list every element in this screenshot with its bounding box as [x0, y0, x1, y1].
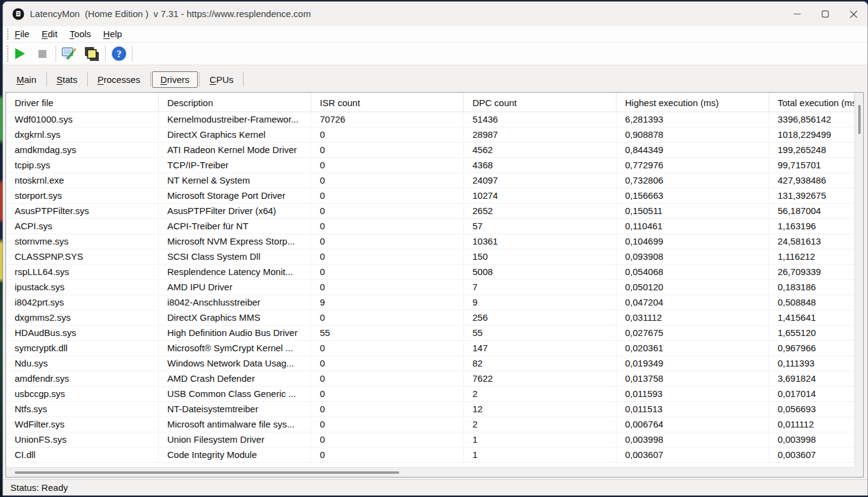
table-cell-driver-file: HDAudBus.sys: [6, 326, 159, 340]
tab-cpus[interactable]: CPUs: [201, 71, 242, 88]
table-cell-driver-file: ACPI.sys: [6, 219, 159, 234]
table-cell-total-execution-ms: 0,003998: [769, 432, 855, 447]
table-row[interactable]: dxgkrnl.sysDirectX Graphics Kernel028987…: [6, 127, 855, 143]
table-row[interactable]: tcpip.sysTCP/IP-Treiber043680,77297699,7…: [6, 158, 855, 173]
table-cell-total-execution-ms: 1,116212: [769, 249, 855, 264]
tab-main[interactable]: Main: [8, 71, 45, 88]
table-row[interactable]: WdFilter.sysMicrosoft antimalware file s…: [6, 417, 855, 432]
table-cell-highest-execution-ms: 0,011593: [617, 387, 769, 401]
horizontal-scrollbar-thumb[interactable]: [15, 471, 399, 474]
table-row[interactable]: CI.dllCode Integrity Module010,0036070,0…: [6, 448, 855, 463]
table-row[interactable]: i8042prt.sysi8042-Anschlusstreiber990,04…: [6, 295, 855, 310]
menu-item-tools[interactable]: Tools: [63, 29, 97, 39]
table-row[interactable]: UnionFS.sysUnion Filesystem Driver010,00…: [6, 432, 855, 448]
table-cell-isr-count: 0: [311, 219, 464, 234]
table-cell-driver-file: Wdf01000.sys: [6, 112, 159, 127]
table-row[interactable]: usbccgp.sysUSB Common Class Generic ...0…: [6, 387, 855, 402]
column-header-dpc-count[interactable]: DPC count: [464, 93, 617, 112]
report-button[interactable]: [58, 45, 81, 63]
table-cell-highest-execution-ms: 0,908878: [617, 127, 769, 142]
column-header-isr-count[interactable]: ISR count: [311, 93, 464, 112]
table-cell-driver-file: WdFilter.sys: [6, 417, 159, 432]
table-cell-dpc-count: 147: [464, 341, 617, 356]
table-cell-description: i8042-Anschlusstreiber: [159, 295, 311, 310]
table-cell-total-execution-ms: 1,415641: [769, 310, 855, 325]
table-cell-highest-execution-ms: 0,772976: [617, 158, 769, 173]
table-row[interactable]: Ntfs.sysNT-Dateisystemtreiber0120,011513…: [6, 402, 855, 417]
table-cell-highest-execution-ms: 0,104699: [617, 234, 769, 249]
window-layers-icon: [84, 46, 100, 62]
vertical-scrollbar-thumb[interactable]: [858, 105, 861, 134]
table-cell-dpc-count: 7: [464, 280, 617, 295]
table-row[interactable]: Wdf01000.sysKernelmodustreiber-Framewor.…: [6, 112, 855, 127]
app-icon[interactable]: [12, 8, 24, 20]
table-cell-description: Microsoft Storage Port Driver: [159, 188, 311, 203]
table-cell-description: NT Kernel & System: [159, 173, 311, 188]
table-row[interactable]: ACPI.sysACPI-Treiber für NT0570,1104611,…: [6, 219, 855, 234]
table-row[interactable]: CLASSPNP.SYSSCSI Class System Dll01500,0…: [6, 249, 855, 265]
title-bar[interactable]: LatencyMon (Home Edition ) v 7.31 - http…: [3, 2, 867, 26]
tab-separator: [243, 72, 244, 87]
table-cell-isr-count: 0: [311, 173, 464, 188]
table-cell-dpc-count: 51436: [464, 112, 617, 127]
table-row[interactable]: ntoskrnl.exeNT Kernel & System0240970,73…: [6, 173, 855, 188]
horizontal-scrollbar[interactable]: [6, 467, 855, 477]
stop-icon: [38, 50, 46, 58]
menu-item-file[interactable]: File: [9, 29, 35, 39]
table-cell-driver-file: usbccgp.sys: [6, 387, 159, 401]
table-cell-total-execution-ms: 26,709339: [769, 265, 855, 279]
stop-monitor-button[interactable]: [31, 45, 54, 63]
table-cell-total-execution-ms: 1,655120: [769, 326, 855, 340]
table-cell-highest-execution-ms: 0,156663: [617, 188, 769, 203]
run-monitor-button[interactable]: [9, 45, 31, 63]
tab-separator: [150, 72, 151, 87]
drivers-table: Driver fileDescriptionISR countDPC count…: [5, 92, 864, 477]
table-row[interactable]: Ndu.sysWindows Network Data Usag...0820,…: [6, 356, 855, 371]
column-header-total-execution-ms[interactable]: Total execution (ms): [769, 93, 855, 112]
table-cell-isr-count: 0: [311, 143, 464, 157]
help-button[interactable]: ?: [107, 45, 130, 63]
column-header-highest-execution-ms[interactable]: Highest execution (ms): [617, 93, 769, 112]
menu-item-edit[interactable]: Edit: [35, 29, 63, 39]
table-cell-isr-count: 0: [311, 432, 464, 447]
table-cell-description: USB Common Class Generic ...: [159, 387, 311, 401]
table-cell-driver-file: stornvme.sys: [6, 234, 159, 249]
table-cell-driver-file: rspLLL64.sys: [6, 265, 159, 279]
table-row[interactable]: HDAudBus.sysHigh Definition Audio Bus Dr…: [6, 326, 855, 341]
table-row[interactable]: dxgmms2.sysDirectX Graphics MMS02560,031…: [6, 310, 855, 326]
table-cell-total-execution-ms: 0,011112: [769, 417, 855, 432]
column-header-description[interactable]: Description: [159, 93, 311, 112]
maximize-button[interactable]: [811, 2, 839, 26]
tab-drivers[interactable]: Drivers: [152, 71, 198, 88]
table-cell-description: Microsoft NVM Express Storp...: [159, 234, 311, 249]
table-cell-description: Windows Network Data Usag...: [159, 356, 311, 371]
table-row[interactable]: rspLLL64.sysResplendence Latency Monit..…: [6, 265, 855, 280]
table-row[interactable]: AsusPTPFilter.sysAsusPTPFilter Driver (x…: [6, 204, 855, 219]
table-row[interactable]: amdkmdag.sysATI Radeon Kernel Mode Drive…: [6, 143, 855, 158]
tab-stats[interactable]: Stats: [48, 71, 86, 88]
table-row[interactable]: amdfendr.sysAMD Crash Defender076220,013…: [6, 371, 855, 387]
minimize-button[interactable]: [783, 2, 811, 26]
table-cell-isr-count: 0: [311, 204, 464, 218]
table-row[interactable]: storport.sysMicrosoft Storage Port Drive…: [6, 188, 855, 204]
table-cell-description: ACPI-Treiber für NT: [159, 219, 311, 234]
table-cell-isr-count: 0: [311, 127, 464, 142]
table-row[interactable]: symcryptk.dllMicrosoft® SymCrypt Kernel …: [6, 341, 855, 356]
menu-item-help[interactable]: Help: [97, 29, 128, 39]
status-text: Status: Ready: [10, 482, 68, 493]
table-cell-dpc-count: 82: [464, 356, 617, 371]
vertical-scrollbar[interactable]: [855, 93, 863, 467]
table-cell-driver-file: tcpip.sys: [6, 158, 159, 173]
options-button[interactable]: [81, 45, 103, 63]
toolbar: ?: [3, 43, 867, 65]
table-cell-highest-execution-ms: 0,011513: [617, 402, 769, 417]
table-cell-driver-file: dxgkrnl.sys: [6, 127, 159, 142]
table-row[interactable]: stornvme.sysMicrosoft NVM Express Storp.…: [6, 234, 855, 249]
table-cell-highest-execution-ms: 0,093908: [617, 249, 769, 264]
run-icon: [15, 48, 25, 59]
column-header-driver-file[interactable]: Driver file: [6, 93, 159, 112]
tab-processes[interactable]: Processes: [89, 71, 149, 88]
table-row[interactable]: ipustack.sysAMD IPU Driver070,0501200,18…: [6, 280, 855, 295]
table-cell-dpc-count: 24097: [464, 173, 617, 188]
close-button[interactable]: [839, 2, 867, 26]
